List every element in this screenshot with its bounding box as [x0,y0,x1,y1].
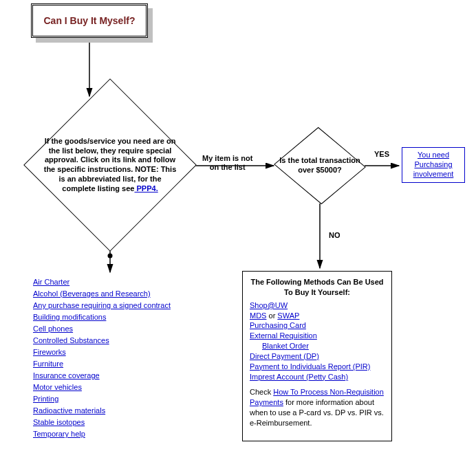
method-mds[interactable]: MDS [250,311,266,320]
method-purchasing-card[interactable]: Purchasing Card [250,320,385,331]
decision2-text: Is the total transaction over $5000? [272,156,368,175]
list-item[interactable]: Insurance coverage [33,370,226,382]
method-blanket-order[interactable]: Blanket Order [250,341,385,351]
list-item[interactable]: Radioactive materials [33,405,226,417]
method-shop-uw[interactable]: Shop@UW [250,300,385,311]
or-text: or [266,311,277,320]
edge-label-not-on-list: My item is not on the list [202,154,252,172]
list-item[interactable]: Cell phones [33,323,226,335]
list-item[interactable]: Motor vehicles [33,382,226,393]
list-item[interactable]: Temporary help [33,428,226,440]
list-item[interactable]: Furniture [33,358,226,370]
edge-label-yes: YES [374,150,389,159]
purchasing-involvement-box: You need Purchasing involvement [402,147,465,183]
method-imprest-account[interactable]: Imprest Account (Petty Cash) [250,372,385,382]
list-item[interactable]: Building modifications [33,311,226,323]
decision1-content: If the goods/service you need are on the… [24,79,196,251]
methods-box: The Following Methods Can Be Used To Buy… [242,271,392,441]
methods-footer-pre: Check [250,388,273,396]
methods-footer: Check How To Process Non-Requisition Pay… [250,387,385,428]
decision-over-5000: Is the total transaction over $5000? [272,127,368,204]
list-item[interactable]: Printing [33,393,226,405]
list-item[interactable]: Any purchase requiring a signed contract [33,300,226,311]
decision-special-approval: If the goods/service you need are on the… [24,79,196,251]
method-mds-swap-row: MDS or SWAP [250,311,385,321]
ppp4-link[interactable]: PPP4. [134,184,158,192]
list-item[interactable]: Alcohol (Beverages and Research) [33,288,226,300]
method-swap[interactable]: SWAP [277,311,299,320]
list-item[interactable]: Stable isotopes [33,417,226,428]
title-text: Can I Buy It Myself? [43,15,135,27]
list-item[interactable]: Air Charter [33,276,226,288]
edge-label-no: NO [329,231,340,240]
purchasing-involvement-link[interactable]: You need Purchasing involvement [402,151,464,179]
title-box: Can I Buy It Myself? [31,3,148,38]
method-pir[interactable]: Payment to Individuals Report (PIR) [250,362,385,372]
list-item[interactable]: Controlled Substances [33,335,226,346]
flowchart-canvas: Can I Buy It Myself? If the goods/servic… [0,0,476,451]
special-approval-list: Air Charter Alcohol (Beverages and Resea… [33,276,226,440]
method-external-requisition[interactable]: External Requisition [250,331,385,341]
methods-title: The Following Methods Can Be Used To Buy… [250,277,385,298]
method-direct-payment[interactable]: Direct Payment (DP) [250,351,385,362]
decision2-content: Is the total transaction over $5000? [272,127,368,204]
svg-point-5 [108,254,113,258]
list-item[interactable]: Fireworks [33,346,226,358]
